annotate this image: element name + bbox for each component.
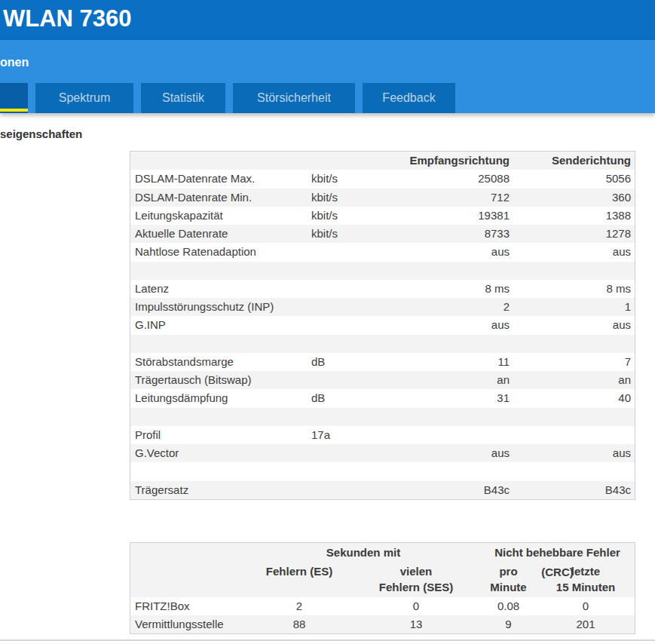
table-row: Impulsstörungsschutz (INP)21 [130,298,635,316]
cell-rx: 19381 [383,207,510,225]
column-header-es: Fehlern (ES) [246,563,352,597]
cell-label: DSLAM-Datenrate Min. [130,189,311,207]
cell-label [130,152,311,170]
cell-tx: 5056 [510,170,635,188]
group-header-label [130,543,246,563]
app-title: WLAN 7360 [3,5,132,32]
dsl-line-properties-table: EmpfangsrichtungSenderichtungDSLAM-Daten… [130,151,635,500]
cell-tx: 1278 [510,225,635,243]
column-header-label [130,563,246,597]
column-header-min: pro Minute [480,563,537,597]
cell-unit: kbit/s [311,170,383,188]
cell-label: G.Vector [130,444,311,462]
cell-tx [510,462,635,480]
table-row: LeitungsdämpfungdB3140 [130,389,635,407]
cell-tx: an [510,371,635,389]
cell-tx: aus [510,444,635,462]
cell-tx: 1 [510,298,635,316]
cell-rx: aus [383,316,510,334]
cell-unit [311,243,383,261]
cell-rx: 31 [383,389,510,407]
cell-label: DSLAM-Datenrate Max. [130,170,311,188]
breadcrumb: onen [0,56,29,69]
cell-label: Aktuelle Datenrate [130,225,311,243]
cell-unit [311,298,383,316]
tab-label: Feedback [382,91,435,105]
cell-tx: aus [510,316,635,334]
cell-unit [311,262,383,280]
cell-tx: aus [510,243,635,261]
cell-rx: an [383,371,510,389]
cell-unit: 17a [311,426,383,444]
cell-label: Leitungsdämpfung [130,389,311,407]
tab-spektrum[interactable]: Spektrum [35,83,133,113]
cell-unit [311,462,383,480]
cell-rx [383,408,510,426]
cell-unit [311,316,383,334]
cell-tx [510,426,635,444]
cell-label: Trägertausch (Bitswap) [130,371,311,389]
cell-label: Profil [130,426,311,444]
cell-rx [383,335,510,353]
table-row: Profil17a [130,426,635,444]
cell-last: 0 [537,597,635,615]
sub-banner: onen SpektrumStatistikStörsicherheitFeed… [0,40,655,113]
page-title: seigenschaften [0,127,82,140]
tab-statistik[interactable]: Statistik [141,83,225,113]
cell-rx [383,462,510,480]
group-header-seconds: Sekunden mit [246,543,480,563]
cell-rx: aus [383,243,510,261]
table-row: DSLAM-Datenrate Max.kbit/s250885056 [130,170,635,188]
cell-rx: 11 [383,353,510,371]
cell-label: Nahtlose Ratenadaption [130,243,311,261]
cell-unit: dB [311,389,383,407]
table-row [130,408,635,426]
cell-label: Impulsstörungsschutz (INP) [130,298,311,316]
table-row: DSLAM-Datenrate Min.kbit/s712360 [130,189,635,207]
cell-rx: 712 [383,189,510,207]
cell-min: 9 [480,615,537,633]
cell-label: Leitungskapazität [130,207,311,225]
cell-tx: B43c [510,481,635,499]
cell-label [130,262,311,280]
cell-tx: Senderichtung [510,152,635,170]
cell-unit [311,152,383,170]
cell-label: FRITZ!Box [130,597,246,615]
cell-tx [510,335,635,353]
cell-unit [311,408,383,426]
cell-label [130,335,311,353]
table-row: Latenz8 ms8 ms [130,280,635,298]
cell-label: G.INP [130,316,311,334]
table-row: Nahtlose Ratenadaptionausaus [130,243,635,261]
tab-feedback[interactable]: Feedback [363,83,455,113]
top-banner: WLAN 7360 [0,0,655,40]
tab-störsicherheit[interactable]: Störsicherheit [233,83,355,113]
cell-ses: 13 [352,615,480,633]
bottom-divider [0,639,655,641]
cell-unit [311,335,383,353]
cell-unit: kbit/s [311,189,383,207]
cell-rx [383,426,510,444]
cell-tx: 360 [510,189,635,207]
cell-unit [311,280,383,298]
cell-unit [311,444,383,462]
tab-label: Spektrum [59,91,110,105]
error-table-row: FRITZ!Box200.080 [130,597,635,615]
table-header-row: EmpfangsrichtungSenderichtung [130,152,635,170]
table-row: Aktuelle Datenratekbit/s87331278 [130,225,635,243]
dsl-error-counters-table: Sekunden mitNicht behebbare Fehler (CRC)… [130,542,635,634]
cell-rx: 8733 [383,225,510,243]
tab-active-cutoff[interactable] [0,83,28,113]
cell-tx [510,408,635,426]
cell-unit: kbit/s [311,207,383,225]
table-row: Trägertausch (Bitswap)anan [130,371,635,389]
error-table-group-header-row: Sekunden mitNicht behebbare Fehler (CRC) [130,543,635,563]
error-table-column-header-row: Fehlern (ES)vielen Fehlern (SES)pro Minu… [130,563,635,597]
tab-label: Störsicherheit [257,91,331,105]
cell-ses: 0 [352,597,480,615]
tab-bar: SpektrumStatistikStörsicherheitFeedback [0,83,455,113]
table-row [130,462,635,480]
cell-rx: 25088 [383,170,510,188]
cell-label: Vermittlungsstelle [130,615,246,633]
cell-rx: 2 [383,298,510,316]
